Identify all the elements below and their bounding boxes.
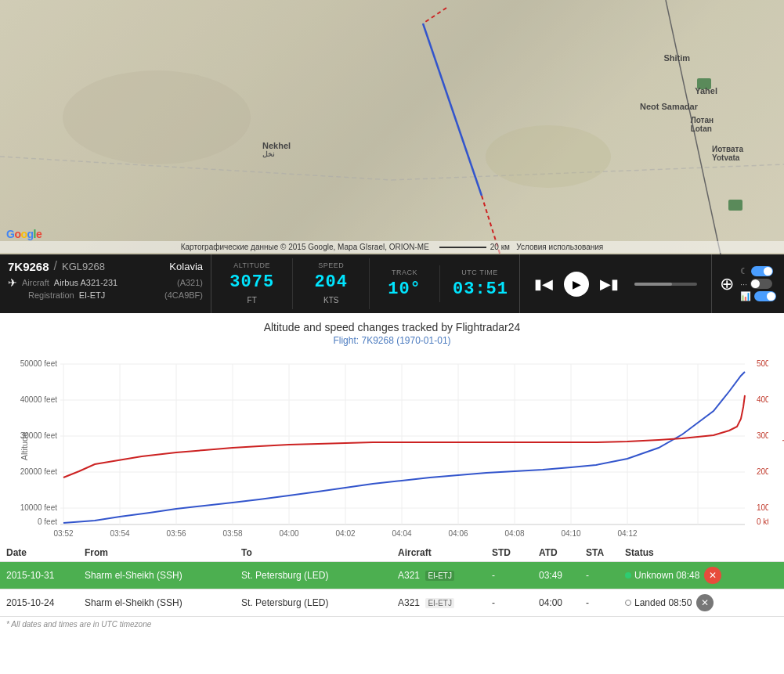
chart-title: Altitude and speed changes tracked by Fl… — [0, 321, 784, 333]
speed-unit: KTS — [323, 296, 338, 305]
time-panel: UTC TIME 03:51 — [440, 265, 519, 302]
header-status: Status — [625, 547, 778, 558]
svg-text:20000 feet: 20000 feet — [20, 467, 56, 476]
volume-fill — [634, 283, 672, 286]
svg-text:04:02: 04:02 — [335, 529, 355, 538]
row1-aircraft: A321 EI-ETJ — [398, 570, 492, 581]
map-label-shitim: Shitim — [663, 53, 690, 63]
svg-text:200 kts: 200 kts — [757, 467, 768, 476]
map-credits: Картографические данные © 2015 Google, М… — [0, 241, 784, 253]
toggle-row-1: ☾ — [740, 266, 776, 276]
control-bar: 7K9268 / KGL9268 Kolavia ✈ Aircraft Airb… — [0, 254, 784, 313]
flight-number: 7K9268 — [8, 260, 49, 273]
track-label: TRACK — [382, 269, 427, 276]
row2-action-button[interactable]: ✕ — [696, 594, 714, 611]
svg-text:40000 feet: 40000 feet — [20, 395, 56, 404]
move-icon[interactable]: ⊕ — [720, 274, 734, 294]
toggle-switch-3[interactable] — [754, 291, 776, 301]
row2-reg-badge: EI-ETJ — [425, 598, 454, 608]
row2-from[interactable]: Sharm el-Sheikh (SSH) — [85, 597, 241, 608]
row2-sta: - — [586, 597, 625, 608]
track-value: 10° — [388, 279, 421, 299]
chart-icon: 📊 — [740, 291, 751, 301]
svg-text:10000 feet: 10000 feet — [20, 503, 56, 512]
status-dot-gray — [625, 600, 631, 606]
svg-text:03:54: 03:54 — [110, 529, 129, 538]
svg-text:400 kts: 400 kts — [757, 395, 768, 404]
reg-code: (4CA9BF) — [164, 290, 203, 300]
chart-area: Altitude and speed changes tracked by Fl… — [0, 313, 784, 544]
row1-action-button[interactable]: ✕ — [704, 567, 721, 584]
track-panel: TRACK 10° — [370, 265, 440, 302]
chart-subtitle: Flight: 7K9268 (1970-01-01) — [0, 335, 784, 346]
row2-aircraft: A321 EI-ETJ — [398, 597, 492, 608]
svg-text:100 kts: 100 kts — [757, 503, 768, 512]
row1-atd: 03:49 — [539, 570, 586, 581]
data-panels: ALTITUDE 3075 FT SPEED 204 KTS TRACK 10°… — [211, 254, 520, 313]
callsign: KGL9268 — [62, 261, 105, 272]
row2-to[interactable]: St. Petersburg (LED) — [241, 597, 398, 608]
svg-text:300 kts: 300 kts — [757, 431, 768, 440]
map-label-lotan: ЛотанLotan — [691, 116, 714, 133]
svg-text:04:08: 04:08 — [504, 529, 524, 538]
chart-svg: 50000 feet 40000 feet 30000 feet 20000 f… — [16, 352, 768, 540]
aircraft-label: Aircraft — [22, 278, 49, 287]
toggle-switch-2[interactable] — [750, 279, 772, 289]
table-footer-note: * All dates and times are in UTC timezon… — [0, 617, 784, 632]
row2-std: - — [492, 597, 539, 608]
header-aircraft: Aircraft — [398, 547, 492, 558]
altitude-panel: ALTITUDE 3075 FT — [211, 258, 293, 309]
aircraft-icon: ✈ — [8, 276, 17, 289]
table-header: Date From To Aircraft STD ATD STA Status — [0, 544, 784, 562]
row2-status: Landed 08:50 ✕ — [625, 594, 778, 611]
svg-text:04:06: 04:06 — [448, 529, 468, 538]
row2-atd: 04:00 — [539, 597, 586, 608]
header-from: From — [85, 547, 241, 558]
row1-from[interactable]: Sharm el-Sheikh (SSH) — [85, 570, 241, 581]
row2-date: 2015-10-24 — [6, 597, 85, 608]
altitude-axis-label: Altitude — [20, 432, 29, 461]
header-to: To — [241, 547, 398, 558]
toggle-switch-1[interactable] — [751, 266, 773, 276]
speed-label: SPEED — [305, 261, 356, 269]
speed-panel: SPEED 204 KTS — [293, 258, 370, 309]
altitude-unit: FT — [247, 296, 257, 305]
row1-date: 2015-10-31 — [6, 570, 85, 581]
skip-forward-button[interactable]: ▶▮ — [595, 272, 623, 296]
svg-text:04:10: 04:10 — [561, 529, 580, 538]
registration-label: Registration — [28, 290, 74, 300]
map-label-yotvata: ИотватаYotvata — [712, 145, 743, 162]
header-atd: ATD — [539, 547, 586, 558]
row1-reg-badge: EI-ETJ — [425, 571, 454, 581]
row1-sta: - — [586, 570, 625, 581]
flight-info-panel: 7K9268 / KGL9268 Kolavia ✈ Aircraft Airb… — [0, 254, 211, 313]
table-row: 2015-10-31 Sharm el-Sheikh (SSH) St. Pet… — [0, 562, 784, 589]
volume-slider[interactable] — [634, 283, 697, 286]
time-value: 03:51 — [453, 279, 508, 299]
aircraft-model: Airbus A321-231 — [54, 278, 117, 287]
header-sta: STA — [586, 547, 625, 558]
table-area: Date From To Aircraft STD ATD STA Status… — [0, 544, 784, 632]
svg-text:04:12: 04:12 — [617, 529, 637, 538]
svg-text:04:00: 04:00 — [279, 529, 298, 538]
skip-back-button[interactable]: ▮◀ — [529, 272, 558, 296]
time-label: UTC TIME — [453, 269, 507, 276]
svg-text:03:58: 03:58 — [222, 529, 242, 538]
speed-value: 204 — [314, 272, 348, 292]
altitude-label: ALTITUDE — [224, 261, 280, 269]
altitude-value: 3075 — [229, 272, 274, 292]
player-controls: ▮◀ ▶ ▶▮ — [520, 254, 712, 313]
toggle-row-2: ··· — [740, 279, 776, 289]
svg-text:04:04: 04:04 — [392, 529, 411, 538]
svg-text:50000 feet: 50000 feet — [20, 359, 56, 368]
svg-text:0 kts: 0 kts — [757, 517, 768, 526]
play-button[interactable]: ▶ — [564, 272, 589, 297]
dots-icon: ··· — [740, 279, 747, 289]
toggle-row-3: 📊 — [740, 291, 776, 301]
table-row: 2015-10-24 Sharm el-Sheikh (SSH) St. Pet… — [0, 589, 784, 617]
google-logo: Google — [6, 228, 42, 240]
row1-to[interactable]: St. Petersburg (LED) — [241, 570, 398, 581]
svg-text:03:56: 03:56 — [166, 529, 186, 538]
registration-value: EI-ETJ — [79, 290, 106, 300]
map-label-yahel: Yahel — [695, 86, 717, 96]
